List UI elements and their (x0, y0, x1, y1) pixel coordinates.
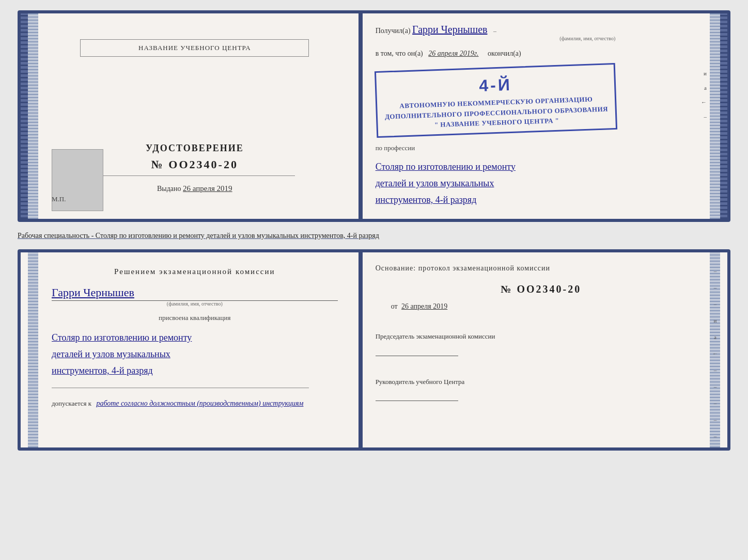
vert-r-dash4: – (714, 367, 717, 373)
bottom-document: Решением экзаменационной комиссии Гарри … (18, 249, 730, 451)
caption-underline: Столяр по изготовлению и ремонту деталей… (96, 232, 379, 239)
date-value: 26 апреля 2019г. (428, 50, 478, 57)
vert-r-dash1: – (714, 268, 717, 274)
issued-date: 26 апреля 2019 (183, 184, 232, 193)
from-label: от (391, 302, 398, 310)
vert-r-arrow: ← (712, 350, 718, 357)
in-that-line: в том, что он(а) 26 апреля 2019г. окончи… (376, 50, 707, 58)
bottom-qualification: Столяр по изготовлению и ремонту деталей… (52, 329, 338, 379)
qual-line1: Столяр по изготовлению и ремонту (52, 329, 338, 346)
bottom-doc-left-panel: Решением экзаменационной комиссии Гарри … (21, 252, 360, 447)
recipient-name: Гарри Чернышев (412, 24, 487, 35)
stamp-block: 4-й АВТОНОМНУЮ НЕКОММЕРЧЕСКУЮ ОРГАНИЗАЦИ… (375, 63, 618, 138)
from-date-line: от 26 апреля 2019 (391, 302, 707, 311)
issued-line: Выдано 26 апреля 2019 (157, 184, 232, 193)
diploma-caption: Рабочая специальность - Столяр по изгото… (18, 230, 730, 241)
vert-a: а (704, 85, 707, 91)
in-that-label: в том, что он(а) (376, 50, 423, 57)
cert-title: УДОСТОВЕРЕНИЕ (146, 143, 244, 154)
decision-title: Решением экзаменационной комиссии (52, 265, 338, 278)
vert-dash1: – (704, 114, 707, 120)
vert-r-dash8: – (714, 433, 717, 439)
profession-line3: инструментов, 4-й разряд (376, 191, 707, 208)
vert-r-dash6: – (714, 400, 717, 406)
basis-title: Основание: протокол экзаменационной коми… (376, 263, 707, 274)
vert-r-dash7: – (714, 417, 717, 423)
name-dash: – (493, 27, 496, 35)
caption-plain: Рабочая специальность - (18, 232, 96, 239)
director-label: Руководитель учебного Центра (376, 377, 707, 387)
top-doc-right-panel: Получил(а) Гарри Чернышев – (фамилия, им… (360, 13, 727, 219)
name-subtitle-top: (фамилия, имя, отчество) (469, 36, 707, 41)
vert-r-i: и (714, 317, 717, 324)
vert-r-dash2: – (714, 284, 717, 291)
qual-line3: инструментов, 4-й разряд (52, 362, 338, 379)
assigned-label: присвоена квалификация (52, 314, 338, 322)
from-date-value: 26 апреля 2019 (401, 302, 447, 310)
allowed-label: допускается к работе согласно должностны… (52, 399, 338, 408)
qual-line2: деталей и узлов музыкальных (52, 346, 338, 362)
received-line: Получил(а) Гарри Чернышев – (фамилия, им… (376, 24, 707, 41)
chairman-label: Председатель экзаменационной комиссии (376, 331, 707, 342)
vert-r-a: а (714, 334, 716, 340)
top-document: НАЗВАНИЕ УЧЕБНОГО ЦЕНТРА УДОСТОВЕРЕНИЕ №… (18, 10, 730, 222)
profession-label: по профессии (376, 144, 707, 152)
vert-r-dash3: – (714, 301, 717, 307)
vert-i: и (704, 70, 707, 76)
bottom-doc-right-panel: Основание: протокол экзаменационной коми… (360, 252, 727, 447)
profession-text: Столяр по изготовлению и ремонту деталей… (376, 158, 707, 209)
org-name-box: НАЗВАНИЕ УЧЕБНОГО ЦЕНТРА (80, 39, 309, 57)
issued-label: Выдано (157, 185, 181, 193)
allowed-prefix: допускается к (52, 399, 91, 407)
profession-line2: деталей и узлов музыкальных (376, 175, 707, 191)
bottom-name-subtitle: (фамилия, имя, отчество) (52, 301, 338, 307)
vert-arrow: ← (701, 99, 707, 105)
allowed-value: работе согласно должностным (производств… (96, 399, 303, 407)
cert-number: № OO2340-20 (151, 158, 238, 171)
received-label: Получил(а) (376, 27, 411, 35)
profession-line1: Столяр по изготовлению и ремонту (376, 158, 707, 175)
bottom-person-name: Гарри Чернышев (52, 286, 134, 299)
finished-label: окончил(а) (488, 50, 521, 57)
vert-r-dash5: – (714, 383, 717, 390)
protocol-number: № OO2340-20 (376, 283, 707, 295)
top-doc-left-panel: НАЗВАНИЕ УЧЕБНОГО ЦЕНТРА УДОСТОВЕРЕНИЕ №… (21, 13, 360, 219)
mp-label: М.П. (52, 195, 66, 203)
